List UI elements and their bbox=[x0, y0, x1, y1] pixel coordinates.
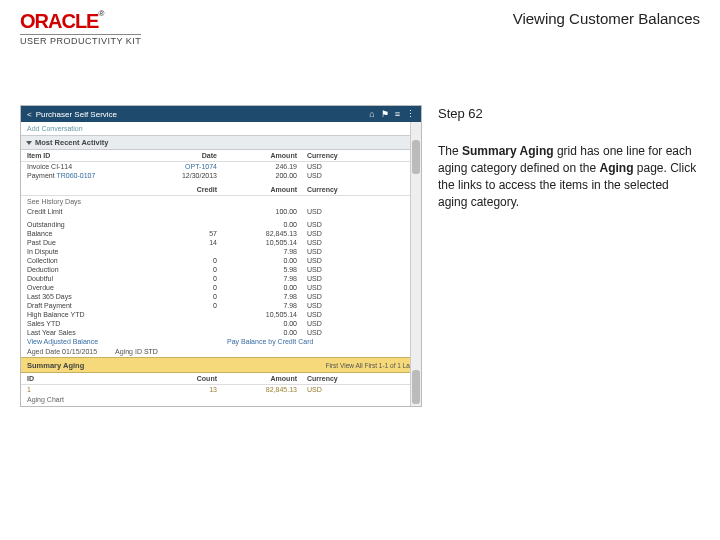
col-date: Date bbox=[147, 152, 227, 159]
cell: USD bbox=[307, 239, 367, 246]
cell: 7.98 bbox=[227, 293, 307, 300]
cell[interactable]: TR060-0107 bbox=[56, 172, 95, 179]
cell: USD bbox=[307, 230, 367, 237]
cell: Past Due bbox=[27, 239, 147, 246]
scrollbar[interactable] bbox=[410, 122, 421, 406]
oracle-logo: ORACLE® USER PRODUCTIVITY KIT bbox=[20, 10, 141, 47]
table-row: Last Year Sales0.00USD bbox=[21, 328, 421, 337]
aged-date-label: Aged Date bbox=[27, 348, 60, 355]
table-row: In Dispute7.98USD bbox=[21, 247, 421, 256]
cell: 100.00 bbox=[227, 208, 307, 215]
col-id: ID bbox=[27, 375, 147, 382]
cell: 7.98 bbox=[227, 248, 307, 255]
cell: USD bbox=[307, 275, 367, 282]
summary-row[interactable]: 1 13 82,845.13 USD bbox=[21, 385, 421, 394]
aging-chart-link[interactable]: Aging Chart bbox=[21, 394, 421, 405]
cell: 0.00 bbox=[227, 284, 307, 291]
cell: 57 bbox=[147, 230, 227, 237]
cell: 14 bbox=[147, 239, 227, 246]
cell: USD bbox=[307, 329, 367, 336]
scroll-thumb[interactable] bbox=[412, 140, 420, 174]
step-description: The Summary Aging grid has one line for … bbox=[438, 143, 700, 210]
cell bbox=[147, 329, 227, 336]
table-row: Past Due1410,505.14USD bbox=[21, 238, 421, 247]
summary-aging-bar[interactable]: Summary Aging First View All First 1-1 o… bbox=[21, 357, 421, 373]
aging-id: STD bbox=[144, 348, 158, 355]
cell: 0.00 bbox=[227, 320, 307, 327]
summary-header-row: ID Count Amount Currency bbox=[21, 373, 421, 385]
col-amount: Amount bbox=[227, 152, 307, 159]
cell: USD bbox=[307, 221, 367, 228]
cell: USD bbox=[307, 266, 367, 273]
cell: 0 bbox=[147, 293, 227, 300]
cell: 0.00 bbox=[227, 257, 307, 264]
footer-links[interactable]: Balances | Profile | Customer Aging | Cu… bbox=[21, 405, 421, 407]
cell: 7.98 bbox=[227, 302, 307, 309]
menu-icon[interactable]: ≡ bbox=[395, 109, 400, 119]
table-row: Overdue00.00USD bbox=[21, 283, 421, 292]
cell: USD bbox=[307, 248, 367, 255]
table-row: High Balance YTD10,505.14USD bbox=[21, 310, 421, 319]
table-row: Doubtful07.98USD bbox=[21, 274, 421, 283]
brand-name: ORACLE bbox=[20, 10, 98, 32]
cell: 12/30/2013 bbox=[147, 172, 227, 179]
step-label: Step 62 bbox=[438, 105, 700, 123]
section-recent-activity[interactable]: Most Recent Activity bbox=[21, 135, 421, 150]
cell: USD bbox=[307, 284, 367, 291]
cell: 10,505.14 bbox=[227, 311, 307, 318]
cell: 0.00 bbox=[227, 221, 307, 228]
flag-icon[interactable]: ⚑ bbox=[381, 109, 389, 119]
cell: 0 bbox=[147, 266, 227, 273]
cell: Deduction bbox=[27, 266, 147, 273]
registered-icon: ® bbox=[98, 9, 104, 18]
cell: 200.00 bbox=[227, 172, 307, 179]
product-line: USER PRODUCTIVITY KIT bbox=[20, 34, 141, 47]
table-row: Payment TR060-0107 12/30/2013 200.00 USD bbox=[21, 171, 421, 180]
cell: 0.00 bbox=[227, 329, 307, 336]
cell: USD bbox=[307, 257, 367, 264]
cell: 13 bbox=[147, 386, 227, 393]
cell: Draft Payment bbox=[27, 302, 147, 309]
view-adjusted-link[interactable]: View Adjusted Balance bbox=[27, 338, 147, 345]
pager[interactable]: First View All First 1-1 of 1 Last bbox=[326, 362, 415, 369]
cell[interactable]: OPT-1074 bbox=[147, 163, 227, 170]
col-count: Count bbox=[147, 375, 227, 382]
cell: 82,845.13 bbox=[227, 230, 307, 237]
home-icon[interactable]: ⌂ bbox=[369, 109, 374, 119]
table-row: Balance5782,845.13USD bbox=[21, 229, 421, 238]
col-amount: Amount bbox=[227, 375, 307, 382]
cell: 7.98 bbox=[227, 275, 307, 282]
page-header: ORACLE® USER PRODUCTIVITY KIT Viewing Cu… bbox=[20, 10, 700, 47]
more-icon[interactable]: ⋮ bbox=[406, 109, 415, 119]
table-row: Sales YTD0.00USD bbox=[21, 319, 421, 328]
cell: Last Year Sales bbox=[27, 329, 147, 336]
scroll-thumb[interactable] bbox=[412, 370, 420, 404]
cell: USD bbox=[307, 320, 367, 327]
aged-date: 01/15/2015 bbox=[62, 348, 97, 355]
cell: 82,845.13 bbox=[227, 386, 307, 393]
col-amount: Amount bbox=[227, 186, 307, 193]
cell bbox=[147, 320, 227, 327]
cell-label: Payment bbox=[27, 172, 55, 179]
t-bold: Aging bbox=[599, 161, 633, 175]
aging-meta: Aged Date 01/15/2015 Aging ID STD bbox=[21, 346, 421, 357]
collapse-icon bbox=[26, 141, 32, 145]
pay-balance-link[interactable]: Pay Balance by Credit Card bbox=[227, 338, 377, 345]
cell: USD bbox=[307, 302, 367, 309]
table-row: Deduction05.98USD bbox=[21, 265, 421, 274]
table-row: Credit Limit 100.00 USD bbox=[21, 207, 421, 216]
cell: Overdue bbox=[27, 284, 147, 291]
history-days-link[interactable]: See History Days bbox=[21, 196, 421, 207]
cell: USD bbox=[307, 311, 367, 318]
back-icon[interactable]: < bbox=[27, 110, 32, 119]
cell: USD bbox=[307, 386, 367, 393]
cell: 5.98 bbox=[227, 266, 307, 273]
table-row: Last 365 Days07.98USD bbox=[21, 292, 421, 301]
cell: Outstanding bbox=[27, 221, 147, 228]
table-row: Draft Payment07.98USD bbox=[21, 301, 421, 310]
summary-aging-title: Summary Aging bbox=[27, 361, 84, 370]
table-row: Collection00.00USD bbox=[21, 256, 421, 265]
col-currency: Currency bbox=[307, 375, 367, 382]
app-navbar: < Purchaser Self Service ⌂ ⚑ ≡ ⋮ bbox=[21, 106, 421, 122]
breadcrumb[interactable]: Add Conversation bbox=[21, 122, 421, 135]
